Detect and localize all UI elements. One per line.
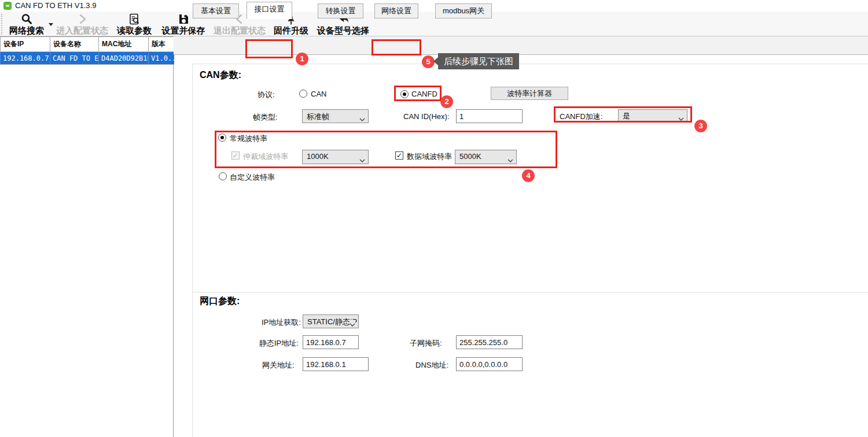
can-id-input[interactable]	[456, 109, 523, 123]
checkbox-arbitration-baud: ✓	[231, 151, 240, 160]
radio-canfd-label[interactable]: CANFD	[411, 90, 437, 98]
save-icon	[177, 13, 190, 25]
toolbar-grip[interactable]	[1, 14, 3, 35]
chevron-right-icon	[76, 13, 88, 25]
frame-type-select[interactable]: 标准帧	[302, 109, 369, 123]
baud-calculator-button[interactable]: 波特率计算器	[491, 87, 568, 100]
radio-normal-baud-label[interactable]: 常规波特率	[230, 134, 267, 144]
annotation-step-2: 2	[440, 95, 453, 108]
toolbar-button-enter-config: 进入配置状态	[54, 13, 110, 36]
subnet-mask-input[interactable]	[456, 335, 523, 349]
tooltip-arrow	[433, 57, 438, 65]
annotation-step-5: 5	[422, 55, 435, 68]
toolbar-button-read-params[interactable]: 读取参数	[113, 13, 155, 36]
device-list-panel: 设备IP 设备名称 MAC地址 版本 192.168.0.7 CAN FD TO…	[0, 36, 174, 437]
tab-strip	[174, 36, 868, 55]
column-header-mac[interactable]: MAC地址	[99, 37, 149, 52]
ip-mode-select[interactable]: STATIC/静态IP	[303, 314, 359, 328]
data-baud-select[interactable]: 5000K	[455, 150, 517, 164]
canfd-accel-label: CANFD加速:	[560, 112, 602, 122]
chevron-down-icon	[359, 114, 365, 123]
section-divider	[192, 292, 868, 292]
device-mac-cell[interactable]: D4AD20D92B1E	[99, 52, 149, 65]
read-params-icon	[128, 13, 141, 25]
radio-custom-baud-label[interactable]: 自定义波特率	[230, 172, 275, 183]
chevron-down-icon	[507, 155, 513, 164]
can-id-label: CAN ID(Hex):	[403, 112, 449, 121]
arbitration-baud-label: 仲裁域波特率	[243, 151, 288, 162]
radio-can-label[interactable]: CAN	[311, 90, 326, 98]
chevron-down-icon	[350, 320, 355, 328]
device-version-cell[interactable]: V1.0...	[149, 52, 174, 65]
static-ip-input[interactable]	[303, 335, 359, 349]
tab-interface-settings[interactable]: 接口设置	[247, 2, 292, 19]
chevron-down-icon	[359, 155, 365, 164]
title-bar: w CAN FD TO ETH V1.3.9	[0, 0, 868, 12]
column-header-device-ip[interactable]: 设备IP	[1, 37, 50, 52]
tab-convert-settings[interactable]: 转换设置	[318, 3, 363, 18]
column-header-version[interactable]: 版本	[149, 37, 174, 52]
tab-network-settings[interactable]: 网络设置	[374, 3, 418, 18]
can-section-title: CAN参数:	[200, 69, 241, 82]
window-title: CAN FD TO ETH V1.3.9	[15, 1, 96, 10]
dns-input[interactable]	[456, 357, 523, 371]
radio-can[interactable]	[299, 90, 307, 98]
toolbar-button-network-search[interactable]: 网络搜索	[5, 13, 49, 36]
chevron-down-icon	[678, 114, 684, 122]
annotation-step-1: 1	[296, 53, 308, 65]
device-ip-cell[interactable]: 192.168.0.7	[1, 52, 50, 65]
arbitration-baud-select[interactable]: 1000K	[302, 150, 369, 164]
canfd-accel-select[interactable]: 是	[618, 109, 687, 122]
frame-type-label: 帧类型:	[253, 112, 278, 123]
static-ip-label: 静态IP地址:	[259, 338, 299, 349]
annotation-step-3: 3	[694, 120, 707, 132]
app-logo-icon: w	[3, 2, 12, 10]
radio-custom-baud[interactable]	[219, 172, 227, 180]
tab-modbus-gateway[interactable]: modbus网关	[435, 3, 492, 18]
data-baud-label[interactable]: 数据域波特率	[407, 151, 452, 162]
radio-normal-baud[interactable]	[218, 134, 226, 142]
eth-section-title: 网口参数:	[200, 295, 240, 308]
annotation-step-4: 4	[522, 169, 535, 182]
app-window: w CAN FD TO ETH V1.3.9 网络搜索 进入配置状态 读取参数 …	[0, 0, 868, 437]
gateway-label: 网关地址:	[262, 360, 295, 371]
search-icon	[20, 13, 33, 25]
subnet-mask-label: 子网掩码:	[410, 338, 442, 349]
device-table: 设备IP 设备名称 MAC地址 版本 192.168.0.7 CAN FD TO…	[0, 36, 174, 65]
settings-panel-border	[192, 64, 868, 437]
gateway-input[interactable]	[303, 357, 369, 371]
device-row[interactable]: 192.168.0.7 CAN FD TO ETH D4AD20D92B1E V…	[1, 52, 174, 65]
search-dropdown-caret-icon[interactable]	[49, 23, 53, 26]
dns-label: DNS地址:	[415, 360, 448, 371]
tooltip-next-steps: 后续步骤见下张图	[438, 53, 519, 69]
tab-basic-settings[interactable]: 基本设置	[193, 3, 239, 18]
column-header-device-name[interactable]: 设备名称	[50, 37, 99, 52]
protocol-label: 协议:	[258, 90, 275, 100]
radio-canfd[interactable]	[400, 90, 409, 98]
device-table-header: 设备IP 设备名称 MAC地址 版本	[1, 37, 174, 52]
device-name-cell[interactable]: CAN FD TO ETH	[50, 52, 99, 65]
checkbox-data-baud[interactable]: ✓	[395, 151, 403, 160]
ip-mode-label: IP地址获取:	[262, 317, 301, 328]
